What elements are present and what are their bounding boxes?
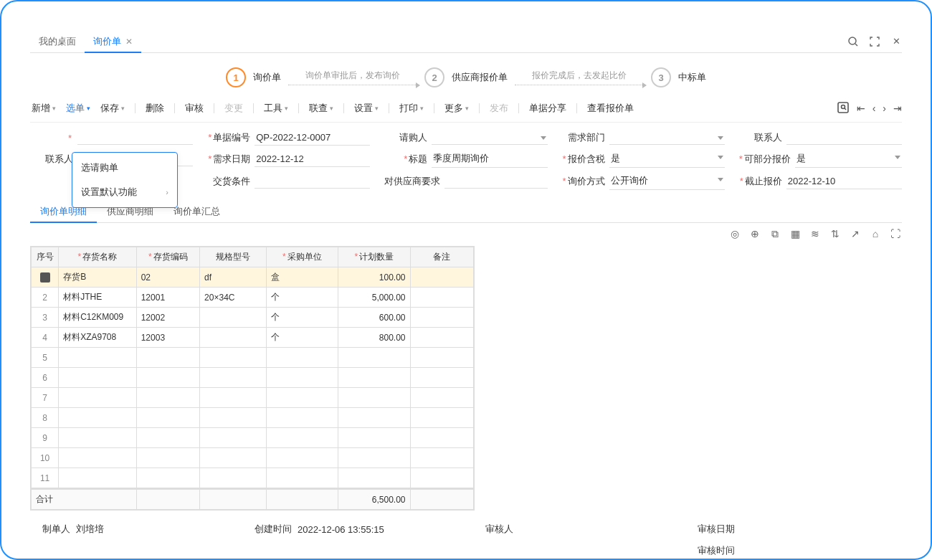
method-field[interactable]: 公开询价 xyxy=(609,172,725,190)
insert-icon[interactable]: ⊕ xyxy=(748,227,761,240)
svg-line-4 xyxy=(845,108,846,110)
arrow-icon xyxy=(288,85,417,85)
batch-icon[interactable]: ▦ xyxy=(789,227,802,240)
table-row[interactable]: 6 xyxy=(32,368,474,388)
col-idx[interactable]: 序号 xyxy=(32,247,59,267)
close-icon[interactable]: ✕ xyxy=(125,37,133,47)
row-indicator-icon xyxy=(40,272,50,283)
step-hint-1: 询价单审批后，发布询价 xyxy=(305,70,400,82)
table-row[interactable]: 9 xyxy=(32,428,474,448)
deadline-field[interactable]: 2022-12-10 xyxy=(786,174,902,189)
sort-icon[interactable]: ⇅ xyxy=(829,227,842,240)
partial-field[interactable]: 是 xyxy=(795,150,902,168)
col-unit[interactable]: *采购单位 xyxy=(266,247,338,267)
auditor-value xyxy=(518,522,680,536)
arrow-icon xyxy=(515,85,644,85)
expand-icon[interactable]: ⛶ xyxy=(889,227,902,240)
print-button[interactable]: 打印▾ xyxy=(399,102,424,115)
tool-button[interactable]: 工具▾ xyxy=(264,102,288,115)
table-row[interactable]: 11 xyxy=(32,468,474,488)
share-button[interactable]: 单据分享 xyxy=(529,102,566,115)
title-field[interactable]: 季度周期询价 xyxy=(432,150,547,168)
add-button[interactable]: 新增▾ xyxy=(32,102,56,115)
delete-button[interactable]: 删除 xyxy=(146,102,164,115)
svg-point-3 xyxy=(841,105,845,108)
bill-date-field[interactable] xyxy=(77,130,193,145)
search-icon[interactable] xyxy=(847,36,859,47)
tab-desktop[interactable]: 我的桌面 xyxy=(30,30,85,52)
setting-button[interactable]: 设置▾ xyxy=(354,102,379,115)
svg-rect-2 xyxy=(838,103,848,113)
contactperson-field[interactable] xyxy=(786,130,902,145)
viewquote-button[interactable]: 查看报价单 xyxy=(587,102,634,115)
change-button[interactable]: 变更 xyxy=(224,102,243,115)
table-row[interactable]: 2材料JTHE1200120×34C个5,000.00 xyxy=(32,288,474,308)
first-icon[interactable]: ⇤ xyxy=(857,103,865,114)
col-spec[interactable]: 规格型号 xyxy=(200,247,266,267)
tab-inquiry[interactable]: 询价单 ✕ xyxy=(85,30,141,52)
tax-field[interactable]: 是 xyxy=(609,150,725,168)
toolbar: 新增▾ 选单▾ 保存▾ 删除 审核 变更 工具▾ 联查▾ 设置▾ 打印▾ 更多▾… xyxy=(30,98,902,123)
table-row[interactable]: 7 xyxy=(32,388,474,408)
select-button[interactable]: 选单▾ xyxy=(66,102,90,115)
table-row[interactable]: 5 xyxy=(32,348,474,368)
table-row[interactable]: 10 xyxy=(32,448,474,468)
docno-field[interactable]: QP-2022-12-0007 xyxy=(255,130,370,146)
grid-toolbar: ◎ ⊕ ⧉ ▦ ≋ ⇅ ↗ ⌂ ⛶ xyxy=(30,227,902,240)
fullscreen-icon[interactable] xyxy=(869,36,880,47)
select-dropdown: 选请购单 设置默认功能› xyxy=(72,152,178,208)
last-icon[interactable]: ⇥ xyxy=(893,103,902,114)
chevron-right-icon: › xyxy=(166,188,168,196)
buyer-field[interactable] xyxy=(432,130,547,145)
tab-bar: 我的桌面 询价单 ✕ ✕ xyxy=(30,30,902,53)
step-1: 1 询价单 xyxy=(226,67,281,87)
reqdate-field[interactable]: 2022-12-12 xyxy=(255,151,370,167)
steps: 1 询价单 询价单审批后，发布询价 2 供应商报价单 报价完成后，去发起比价 3… xyxy=(30,53,902,98)
col-name[interactable]: *存货名称 xyxy=(59,247,137,267)
dropdown-item-requisition[interactable]: 选请购单 xyxy=(72,156,177,180)
col-qty[interactable]: *计划数量 xyxy=(338,247,410,267)
home-icon[interactable]: ⌂ xyxy=(869,227,882,240)
dept-field[interactable] xyxy=(609,130,725,145)
export-icon[interactable]: ↗ xyxy=(849,227,862,240)
pin-icon[interactable]: ◎ xyxy=(728,227,741,240)
svg-point-0 xyxy=(849,37,856,44)
atime-value xyxy=(739,544,902,558)
table-row[interactable]: 存货B02df盒100.00 xyxy=(32,267,474,288)
more-button[interactable]: 更多▾ xyxy=(444,102,469,115)
supreq-field[interactable] xyxy=(444,174,547,189)
step-hint-2: 报价完成后，去发起比价 xyxy=(532,70,627,82)
adate-value xyxy=(739,522,902,536)
lookup-button[interactable]: 联查▾ xyxy=(309,102,333,115)
delivery-field[interactable] xyxy=(255,174,370,189)
audit-button[interactable]: 审核 xyxy=(185,102,204,115)
table-row[interactable]: 8 xyxy=(32,408,474,428)
col-remark[interactable]: 备注 xyxy=(410,247,473,267)
table-row[interactable]: 4材料XZA970812003个800.00 xyxy=(32,328,474,348)
dropdown-item-default[interactable]: 设置默认功能› xyxy=(72,180,177,204)
detail-table: 序号 *存货名称 *存货编码 规格型号 *采购单位 *计划数量 备注 存货B02… xyxy=(30,246,475,489)
filter-icon[interactable]: ≋ xyxy=(809,227,822,240)
step-2: 2 供应商报价单 xyxy=(424,67,508,87)
next-icon[interactable]: › xyxy=(883,103,886,114)
copy-icon[interactable]: ⧉ xyxy=(769,227,781,240)
total-row: 合计 6,500.00 xyxy=(30,488,475,511)
ctime-value: 2022-12-06 13:55:15 xyxy=(296,522,459,537)
publish-button[interactable]: 发布 xyxy=(490,102,508,115)
footer-form: 制单人刘培培 创建时间2022-12-06 13:55:15 审核人 审核日期 … xyxy=(30,521,902,560)
creator-value: 刘培培 xyxy=(75,521,237,538)
svg-line-1 xyxy=(855,44,857,46)
prev-icon[interactable]: ‹ xyxy=(872,103,876,114)
locate-icon[interactable] xyxy=(837,101,850,116)
col-code[interactable]: *存货编码 xyxy=(136,247,199,267)
step-3: 3 中标单 xyxy=(651,67,706,87)
close-window-icon[interactable]: ✕ xyxy=(890,36,902,47)
save-button[interactable]: 保存▾ xyxy=(100,102,125,115)
table-row[interactable]: 3材料C12KM00912002个600.00 xyxy=(32,308,474,328)
